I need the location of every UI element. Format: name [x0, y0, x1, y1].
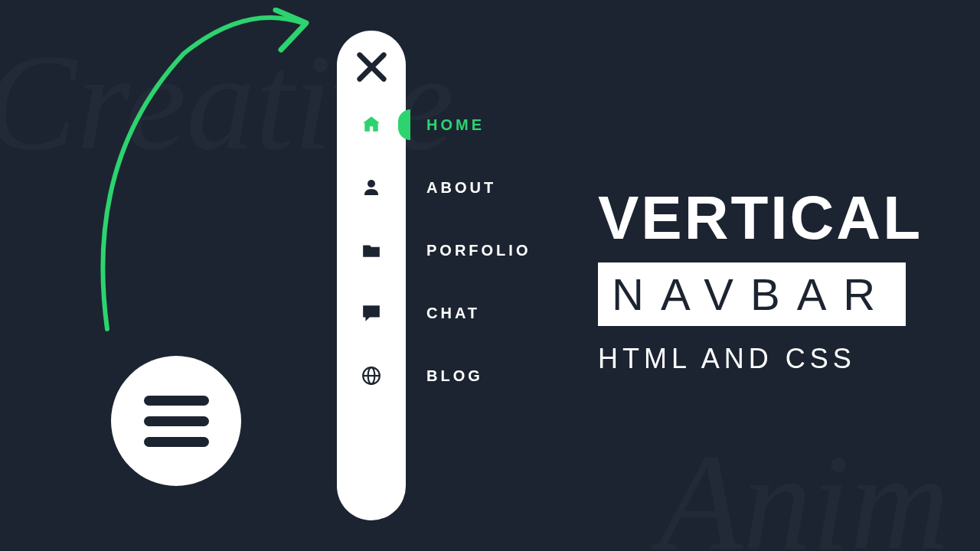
globe-icon: [361, 366, 381, 386]
nav-label: PORFOLIO: [426, 242, 531, 259]
vertical-navbar: HOME ABOUT PORFOLIO CHAT BLOG: [337, 31, 406, 520]
title-block: VERTICAL NAVBAR HTML AND CSS: [598, 187, 923, 375]
nav-item-blog[interactable]: BLOG: [361, 366, 381, 386]
nav-label: CHAT: [426, 305, 480, 322]
nav-item-chat[interactable]: CHAT: [361, 303, 381, 323]
hamburger-line: [144, 396, 209, 406]
nav-label: HOME: [426, 116, 485, 134]
background-text-bottom: Anim: [658, 423, 949, 551]
svg-point-2: [368, 180, 375, 187]
nav-label: BLOG: [426, 367, 483, 385]
chat-icon: [361, 303, 381, 323]
hamburger-button[interactable]: [111, 356, 241, 486]
title-navbar: NAVBAR: [598, 262, 906, 326]
user-icon: [361, 178, 381, 197]
nav-item-home[interactable]: HOME: [361, 115, 381, 135]
nav-item-about[interactable]: ABOUT: [361, 178, 381, 197]
arrow-decoration: [77, 8, 329, 337]
title-vertical: VERTICAL: [598, 187, 923, 249]
close-icon[interactable]: [354, 50, 389, 84]
nav-item-portfolio[interactable]: PORFOLIO: [361, 240, 381, 260]
home-icon: [361, 115, 381, 135]
folder-icon: [361, 240, 381, 260]
nav-label: ABOUT: [426, 179, 496, 197]
hamburger-line: [144, 416, 209, 426]
title-subtitle: HTML AND CSS: [598, 343, 923, 375]
hamburger-line: [144, 437, 209, 447]
